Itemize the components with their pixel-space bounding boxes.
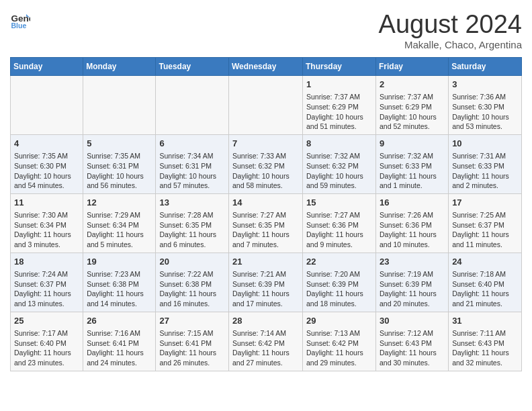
day-info: Sunrise: 7:35 AMSunset: 6:30 PMDaylight:… <box>14 151 79 191</box>
day-number: 20 <box>159 256 225 268</box>
day-info: Sunrise: 7:23 AMSunset: 6:38 PMDaylight:… <box>87 269 152 309</box>
day-info: Sunrise: 7:15 AMSunset: 6:41 PMDaylight:… <box>159 328 225 368</box>
day-number: 31 <box>452 315 518 327</box>
day-info: Sunrise: 7:26 AMSunset: 6:36 PMDaylight:… <box>380 210 445 250</box>
day-number: 29 <box>306 315 372 327</box>
day-info: Sunrise: 7:18 AMSunset: 6:40 PMDaylight:… <box>452 269 518 309</box>
day-number: 22 <box>306 256 372 268</box>
calendar-cell <box>229 76 303 135</box>
calendar-cell: 30Sunrise: 7:12 AMSunset: 6:43 PMDayligh… <box>376 312 449 371</box>
header-sunday: Sunday <box>11 58 83 76</box>
day-number: 19 <box>87 256 152 268</box>
day-info: Sunrise: 7:24 AMSunset: 6:37 PMDaylight:… <box>14 269 79 309</box>
day-info: Sunrise: 7:32 AMSunset: 6:33 PMDaylight:… <box>380 151 445 191</box>
month-year-title: August 2024 <box>379 10 522 39</box>
calendar-week-row: 1Sunrise: 7:37 AMSunset: 6:29 PMDaylight… <box>11 76 522 135</box>
svg-text:Blue: Blue <box>11 21 27 30</box>
day-number: 27 <box>159 315 225 327</box>
day-number: 21 <box>232 256 299 268</box>
day-number: 1 <box>306 79 372 91</box>
calendar-cell: 23Sunrise: 7:19 AMSunset: 6:39 PMDayligh… <box>376 253 449 312</box>
logo: General Blue <box>10 10 30 30</box>
day-number: 26 <box>87 315 152 327</box>
day-number: 25 <box>14 315 79 327</box>
day-info: Sunrise: 7:16 AMSunset: 6:41 PMDaylight:… <box>87 328 152 368</box>
day-number: 13 <box>159 197 225 209</box>
day-info: Sunrise: 7:27 AMSunset: 6:35 PMDaylight:… <box>232 210 299 250</box>
day-number: 16 <box>380 197 445 209</box>
calendar-cell: 4Sunrise: 7:35 AMSunset: 6:30 PMDaylight… <box>11 134 83 193</box>
calendar-cell: 25Sunrise: 7:17 AMSunset: 6:40 PMDayligh… <box>11 312 83 371</box>
day-info: Sunrise: 7:17 AMSunset: 6:40 PMDaylight:… <box>14 328 79 368</box>
calendar-cell: 14Sunrise: 7:27 AMSunset: 6:35 PMDayligh… <box>229 193 303 253</box>
calendar-cell: 28Sunrise: 7:14 AMSunset: 6:42 PMDayligh… <box>229 312 303 371</box>
day-info: Sunrise: 7:37 AMSunset: 6:29 PMDaylight:… <box>306 92 372 132</box>
day-info: Sunrise: 7:29 AMSunset: 6:34 PMDaylight:… <box>87 210 152 250</box>
header-friday: Friday <box>376 58 449 76</box>
day-number: 8 <box>306 138 372 150</box>
calendar-cell <box>83 76 156 135</box>
calendar-cell: 2Sunrise: 7:37 AMSunset: 6:29 PMDaylight… <box>376 76 449 135</box>
calendar-cell: 21Sunrise: 7:21 AMSunset: 6:39 PMDayligh… <box>229 253 303 312</box>
day-number: 9 <box>380 138 445 150</box>
day-number: 24 <box>452 256 518 268</box>
day-number: 14 <box>232 197 299 209</box>
calendar-cell: 22Sunrise: 7:20 AMSunset: 6:39 PMDayligh… <box>303 253 376 312</box>
day-info: Sunrise: 7:30 AMSunset: 6:34 PMDaylight:… <box>14 210 79 250</box>
calendar-week-row: 11Sunrise: 7:30 AMSunset: 6:34 PMDayligh… <box>11 193 522 253</box>
day-info: Sunrise: 7:36 AMSunset: 6:30 PMDaylight:… <box>452 92 518 132</box>
day-info: Sunrise: 7:33 AMSunset: 6:32 PMDaylight:… <box>232 151 299 191</box>
day-number: 28 <box>232 315 299 327</box>
day-info: Sunrise: 7:31 AMSunset: 6:33 PMDaylight:… <box>452 151 518 191</box>
calendar-cell: 11Sunrise: 7:30 AMSunset: 6:34 PMDayligh… <box>11 193 83 253</box>
day-info: Sunrise: 7:34 AMSunset: 6:31 PMDaylight:… <box>159 151 225 191</box>
calendar-week-row: 18Sunrise: 7:24 AMSunset: 6:37 PMDayligh… <box>11 253 522 312</box>
calendar-cell: 6Sunrise: 7:34 AMSunset: 6:31 PMDaylight… <box>156 134 229 193</box>
calendar-cell: 31Sunrise: 7:11 AMSunset: 6:43 PMDayligh… <box>449 312 522 371</box>
day-number: 23 <box>380 256 445 268</box>
calendar-cell: 18Sunrise: 7:24 AMSunset: 6:37 PMDayligh… <box>11 253 83 312</box>
day-info: Sunrise: 7:22 AMSunset: 6:38 PMDaylight:… <box>159 269 225 309</box>
day-info: Sunrise: 7:11 AMSunset: 6:43 PMDaylight:… <box>452 328 518 368</box>
day-info: Sunrise: 7:32 AMSunset: 6:32 PMDaylight:… <box>306 151 372 191</box>
day-info: Sunrise: 7:21 AMSunset: 6:39 PMDaylight:… <box>232 269 299 309</box>
header-saturday: Saturday <box>449 58 522 76</box>
title-block: August 2024 Makalle, Chaco, Argentina <box>379 10 522 50</box>
day-info: Sunrise: 7:14 AMSunset: 6:42 PMDaylight:… <box>232 328 299 368</box>
calendar-cell: 15Sunrise: 7:27 AMSunset: 6:36 PMDayligh… <box>303 193 376 253</box>
day-number: 6 <box>159 138 225 150</box>
calendar-cell: 10Sunrise: 7:31 AMSunset: 6:33 PMDayligh… <box>449 134 522 193</box>
day-info: Sunrise: 7:13 AMSunset: 6:42 PMDaylight:… <box>306 328 372 368</box>
day-number: 5 <box>87 138 152 150</box>
header-thursday: Thursday <box>303 58 376 76</box>
day-number: 11 <box>14 197 79 209</box>
header-wednesday: Wednesday <box>229 58 303 76</box>
calendar-cell: 1Sunrise: 7:37 AMSunset: 6:29 PMDaylight… <box>303 76 376 135</box>
logo-icon: General Blue <box>10 10 30 30</box>
page-header: General Blue August 2024 Makalle, Chaco,… <box>10 10 522 50</box>
calendar-cell: 27Sunrise: 7:15 AMSunset: 6:41 PMDayligh… <box>156 312 229 371</box>
day-info: Sunrise: 7:25 AMSunset: 6:37 PMDaylight:… <box>452 210 518 250</box>
calendar-cell <box>156 76 229 135</box>
calendar-header-row: Sunday Monday Tuesday Wednesday Thursday… <box>11 58 522 76</box>
day-info: Sunrise: 7:27 AMSunset: 6:36 PMDaylight:… <box>306 210 372 250</box>
calendar-cell: 8Sunrise: 7:32 AMSunset: 6:32 PMDaylight… <box>303 134 376 193</box>
day-number: 3 <box>452 79 518 91</box>
calendar-cell: 16Sunrise: 7:26 AMSunset: 6:36 PMDayligh… <box>376 193 449 253</box>
calendar-table: Sunday Monday Tuesday Wednesday Thursday… <box>10 57 522 371</box>
header-monday: Monday <box>83 58 156 76</box>
calendar-cell: 9Sunrise: 7:32 AMSunset: 6:33 PMDaylight… <box>376 134 449 193</box>
day-info: Sunrise: 7:28 AMSunset: 6:35 PMDaylight:… <box>159 210 225 250</box>
day-number: 18 <box>14 256 79 268</box>
calendar-cell: 19Sunrise: 7:23 AMSunset: 6:38 PMDayligh… <box>83 253 156 312</box>
day-number: 10 <box>452 138 518 150</box>
day-number: 30 <box>380 315 445 327</box>
calendar-cell: 17Sunrise: 7:25 AMSunset: 6:37 PMDayligh… <box>449 193 522 253</box>
day-number: 4 <box>14 138 79 150</box>
day-info: Sunrise: 7:20 AMSunset: 6:39 PMDaylight:… <box>306 269 372 309</box>
day-info: Sunrise: 7:12 AMSunset: 6:43 PMDaylight:… <box>380 328 445 368</box>
day-number: 7 <box>232 138 299 150</box>
calendar-cell: 20Sunrise: 7:22 AMSunset: 6:38 PMDayligh… <box>156 253 229 312</box>
calendar-cell: 5Sunrise: 7:35 AMSunset: 6:31 PMDaylight… <box>83 134 156 193</box>
calendar-cell: 3Sunrise: 7:36 AMSunset: 6:30 PMDaylight… <box>449 76 522 135</box>
